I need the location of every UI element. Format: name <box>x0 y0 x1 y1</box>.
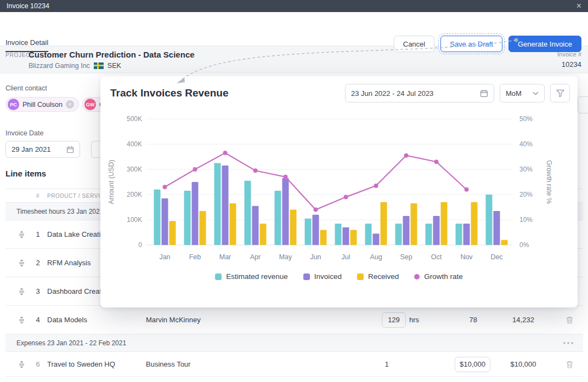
delete-row-button[interactable] <box>556 360 583 369</box>
row-description: Business Tour <box>146 360 368 368</box>
row-number: 6 <box>29 360 47 368</box>
drag-handle[interactable] <box>14 361 29 368</box>
filter-icon <box>556 89 565 98</box>
drag-handle-icon <box>18 316 25 324</box>
group-row: Expenses 23 Jan 2021 - 22 Feb 2021 <box>5 334 583 352</box>
svg-text:Mar: Mar <box>219 253 231 261</box>
amount-cell: 14,232 <box>490 316 556 324</box>
generate-invoice-button[interactable]: Generate Invoice <box>508 36 581 52</box>
track-invoices-modal: Track Invoices Revenue 23 Jun 2022 - 24 … <box>100 76 578 307</box>
modal-title: Track Invoices Revenue <box>110 87 228 99</box>
row-menu-icon[interactable] <box>563 342 573 344</box>
toolbar: Invoice Detail Cancel Save as Draft Gene… <box>0 12 588 46</box>
drag-handle[interactable] <box>14 316 29 324</box>
svg-text:Nov: Nov <box>460 253 473 261</box>
tab-invoice-detail[interactable]: Invoice Detail <box>5 38 48 47</box>
qty-cell: 1 <box>368 360 406 368</box>
drag-handle[interactable] <box>14 231 29 238</box>
svg-text:10%: 10% <box>519 216 533 224</box>
rate-input[interactable]: $10,000 <box>455 357 490 372</box>
product-name: Travel to Sweden HQ <box>47 360 146 368</box>
svg-text:Amount (USD): Amount (USD) <box>108 159 115 204</box>
granularity-select[interactable]: MoM <box>500 84 545 102</box>
svg-text:Jun: Jun <box>310 253 321 261</box>
svg-text:200K: 200K <box>127 191 142 198</box>
close-icon[interactable]: × <box>576 2 581 10</box>
svg-text:300K: 300K <box>127 166 142 173</box>
drag-handle-icon <box>18 288 25 295</box>
client-name: Blizzard Gaming Inc <box>29 62 90 70</box>
svg-text:Jul: Jul <box>342 253 350 261</box>
unit-cell: hrs <box>406 316 430 324</box>
svg-text:Aug: Aug <box>370 253 382 261</box>
row-number: 1 <box>29 230 47 238</box>
avatar: PC <box>8 99 19 110</box>
table-row: 6Travel to Sweden HQBusiness Tour1$10,00… <box>5 352 583 377</box>
chevron-down-icon <box>533 92 539 95</box>
contact-chip[interactable]: PC Phill Coulson × <box>5 97 79 112</box>
legend-label: Growth rate <box>424 272 463 281</box>
filter-button[interactable] <box>550 84 570 102</box>
svg-text:Sep: Sep <box>400 253 412 261</box>
svg-text:Apr: Apr <box>250 253 261 261</box>
legend-item[interactable]: Invoiced <box>303 272 342 281</box>
rate-cell: $10,000 <box>430 357 490 372</box>
drag-handle-icon <box>18 361 25 368</box>
svg-text:Feb: Feb <box>189 253 201 261</box>
sweden-flag-icon <box>94 62 104 69</box>
svg-text:Jan: Jan <box>159 253 170 261</box>
svg-text:500K: 500K <box>127 115 142 123</box>
table-row: 4Data ModelsMarvin McKinney129hrs7814,23… <box>5 306 583 334</box>
currency-code: SEK <box>108 62 121 70</box>
date-range-picker[interactable]: 23 Jun 2022 - 24 Jul 2023 <box>345 84 494 102</box>
amount-cell: $10,000 <box>490 360 556 368</box>
drag-handle-icon <box>18 259 25 267</box>
window-title: Invoice 10234 <box>7 2 49 10</box>
legend-label: Estimated revenue <box>226 272 288 281</box>
legend-item[interactable]: Growth rate <box>414 272 463 281</box>
clipped-field[interactable] <box>578 96 588 113</box>
revenue-chart: 00%100K10%200K20%300K30%400K40%500K50%Ja… <box>105 110 562 270</box>
avatar: GW <box>84 99 96 110</box>
chart-legend: Estimated revenueInvoicedReceivedGrowth … <box>100 272 578 281</box>
delete-row-button[interactable] <box>556 316 583 324</box>
cancel-button[interactable]: Cancel <box>394 36 434 52</box>
remove-contact-icon[interactable]: × <box>66 100 74 109</box>
svg-text:100K: 100K <box>127 216 142 224</box>
project-name: Customer Churn Prediction - Data Science <box>29 50 195 59</box>
svg-text:Oct: Oct <box>431 253 442 261</box>
svg-text:40%: 40% <box>519 140 533 148</box>
drag-handle[interactable] <box>14 259 29 267</box>
legend-swatch <box>414 274 420 280</box>
save-as-draft-button[interactable]: Save as Draft <box>440 36 502 52</box>
product-name: Data Models <box>47 316 146 324</box>
svg-text:30%: 30% <box>519 166 533 173</box>
trash-icon <box>566 360 574 369</box>
svg-text:Growth rate %: Growth rate % <box>545 160 553 204</box>
col-header-num: # <box>29 193 47 199</box>
contact-name: Phill Coulson <box>22 101 63 109</box>
svg-text:50%: 50% <box>519 115 533 123</box>
row-number: 2 <box>29 259 47 267</box>
svg-text:20%: 20% <box>519 191 533 198</box>
window-titlebar: Invoice 10234 × <box>0 0 588 12</box>
group-label: Expenses 23 Jan 2021 - 22 Feb 2021 <box>16 339 126 347</box>
drag-handle-icon <box>18 231 25 238</box>
svg-text:0%: 0% <box>519 241 529 249</box>
line-items-heading: Line items <box>5 169 46 178</box>
invoice-date-label: Invoice Date <box>5 129 43 137</box>
legend-item[interactable]: Estimated revenue <box>215 272 288 281</box>
legend-swatch <box>303 273 310 280</box>
row-number: 3 <box>29 287 47 295</box>
invoice-date-input[interactable]: 29 Jan 2021 <box>5 141 80 158</box>
svg-text:400K: 400K <box>127 140 142 148</box>
row-description: Marvin McKinney <box>146 316 368 324</box>
legend-label: Invoiced <box>314 272 342 281</box>
drag-handle[interactable] <box>14 288 29 295</box>
legend-item[interactable]: Received <box>357 272 399 281</box>
calendar-icon <box>480 89 488 98</box>
qty-input[interactable]: 129 <box>382 312 406 328</box>
client-contact-label: Client contact <box>5 84 47 92</box>
invoice-number: 10234 <box>562 60 581 69</box>
legend-swatch <box>215 273 222 280</box>
